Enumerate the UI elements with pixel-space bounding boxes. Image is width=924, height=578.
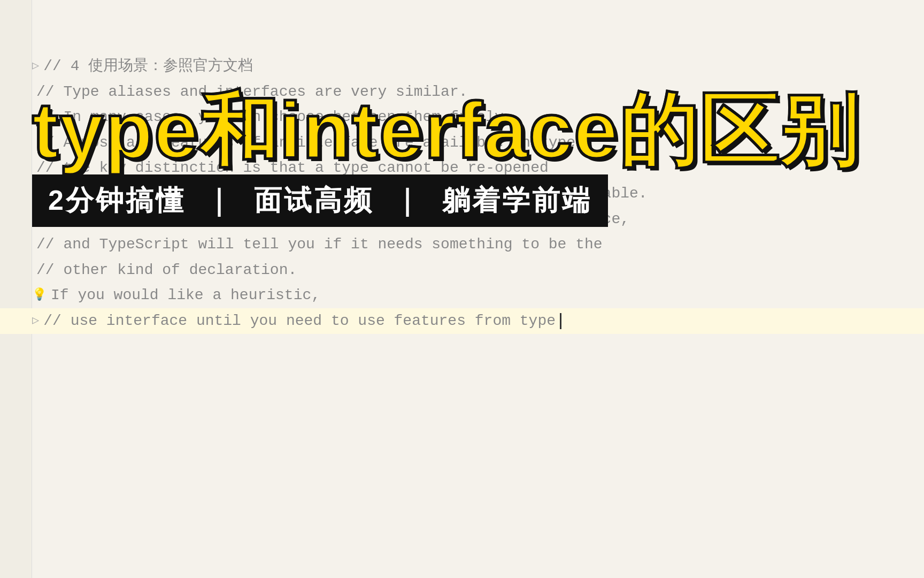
subtitle-part-3: 躺着学前端 xyxy=(442,185,592,216)
separator-2: ｜ xyxy=(393,185,422,216)
text-cursor xyxy=(560,313,561,329)
code-line-10: 💡 If you would like a heuristic, xyxy=(32,283,892,308)
subtitle-part-2: 面试高频 xyxy=(254,185,374,216)
code-text-9: // other kind of declaration. xyxy=(36,257,297,283)
code-text-8: // and TypeScript will tell you if it ne… xyxy=(36,232,603,257)
code-line-8: // and TypeScript will tell you if it ne… xyxy=(32,232,892,257)
subtitle-part-1: 2分钟搞懂 xyxy=(48,185,186,216)
arrow-marker-11: ▷ xyxy=(32,311,39,331)
separator-1: ｜ xyxy=(205,185,234,216)
code-line-1: ▷ // 4 使用场景：参照官方文档 xyxy=(32,54,892,79)
code-line-9: // other kind of declaration. xyxy=(32,257,892,283)
main-title: type和interface的区别 xyxy=(32,91,892,170)
code-text-10: If you would like a heuristic, xyxy=(51,283,320,308)
subtitle-bar: 2分钟搞懂 ｜ 面试高频 ｜ 躺着学前端 xyxy=(32,174,608,227)
code-text-1: // 4 使用场景：参照官方文档 xyxy=(43,54,253,79)
code-line-11: ▷ // use interface until you need to use… xyxy=(0,308,924,334)
bulb-icon: 💡 xyxy=(32,285,47,305)
main-container: ▷ // 4 使用场景：参照官方文档 // Type aliases and i… xyxy=(0,0,924,578)
title-overlay: type和interface的区别 2分钟搞懂 ｜ 面试高频 ｜ 躺着学前端 xyxy=(32,91,892,227)
code-text-11: // use interface until you need to use f… xyxy=(43,308,556,334)
arrow-marker-1: ▷ xyxy=(32,56,39,76)
